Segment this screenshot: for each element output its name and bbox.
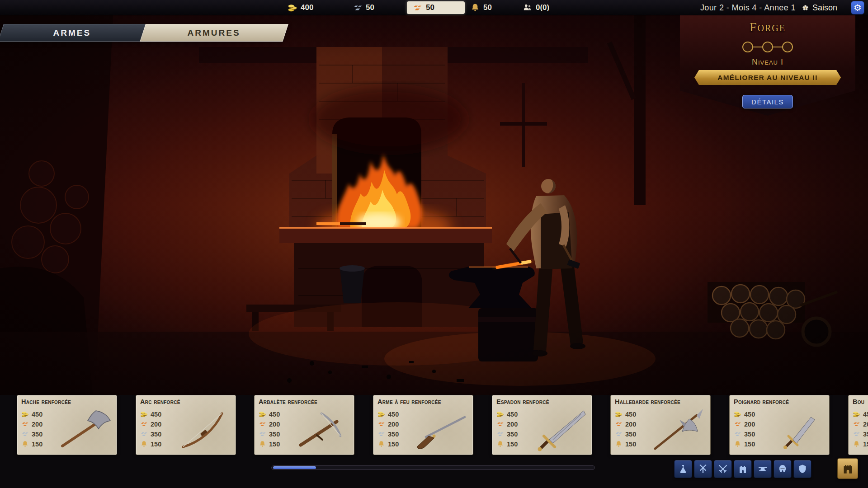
building-button-tower[interactable] xyxy=(734,460,752,478)
item-name: Hache renforcée xyxy=(21,398,114,405)
copper-ingot-icon xyxy=(734,420,741,428)
level-pip-link xyxy=(753,47,762,47)
iron-ingot-icon xyxy=(496,430,504,438)
resource-iron-value: 50 xyxy=(366,3,374,12)
iron-ingot-icon xyxy=(615,430,623,438)
tab-armes[interactable]: ARMES xyxy=(0,24,146,42)
upgrade-level-label: AMÉLIORER AU NIVEAU II xyxy=(717,74,817,82)
cost-gold: 450 xyxy=(625,411,636,418)
resource-gold: 400 xyxy=(288,0,313,15)
cost-iron: 350 xyxy=(863,431,868,438)
copper-ingot-icon xyxy=(259,420,266,428)
bell-icon xyxy=(470,3,480,13)
details-button[interactable]: DÉTAILS xyxy=(742,95,793,108)
item-name: Espadon renforcé xyxy=(496,398,589,405)
item-costs: 450 200 350 150 xyxy=(21,410,42,448)
item-name: Arme à feu renforcée xyxy=(377,398,470,405)
cost-gold: 450 xyxy=(863,411,868,418)
resource-copper-value: 50 xyxy=(426,3,434,12)
item-card-hache-renforcee[interactable]: Hache renforcée 450 200 350 150 xyxy=(17,395,117,455)
item-name: Arbalète renforcée xyxy=(259,398,351,405)
cost-iron: 350 xyxy=(151,431,161,438)
coins-icon xyxy=(259,410,266,418)
bell-icon xyxy=(853,440,860,448)
cost-bell: 150 xyxy=(744,441,755,448)
building-button-mill[interactable] xyxy=(694,460,712,478)
season-flower-icon xyxy=(801,4,810,12)
item-card-espadon-renforce[interactable]: Espadon renforcé 450 200 350 150 xyxy=(492,395,592,455)
level-pip-link xyxy=(773,47,782,47)
item-name: Hallebarde renforcée xyxy=(615,398,708,405)
item-card-arme-a-feu-renforcee[interactable]: Arme à feu renforcée 450 200 350 150 xyxy=(373,395,473,455)
items-scrollbar-thumb[interactable] xyxy=(273,466,316,469)
gun-image xyxy=(410,408,472,452)
coins-icon xyxy=(140,410,148,418)
cost-bell: 150 xyxy=(388,441,399,448)
dagger-image xyxy=(767,408,828,452)
level-pip-1 xyxy=(742,42,753,52)
bow-image xyxy=(173,408,235,452)
tab-armures[interactable]: ARMURES xyxy=(140,24,288,42)
game-date: Jour 2 - Mois 4 - Annee 1 xyxy=(700,0,796,15)
resource-copper-highlighted: 50 xyxy=(407,1,465,14)
cost-gold: 450 xyxy=(151,411,161,418)
iron-ingot-icon xyxy=(734,430,741,438)
item-card-arc-renforce[interactable]: Arc renforcé 450 200 350 150 xyxy=(136,395,236,455)
halberd-image xyxy=(648,408,709,452)
gear-icon: ⚙ xyxy=(854,3,862,12)
coins-icon xyxy=(377,410,385,418)
cost-gold: 450 xyxy=(32,411,42,418)
item-card-poignard-renforce[interactable]: Poignard renforcé 450 200 350 150 xyxy=(729,395,830,455)
cost-bell: 150 xyxy=(32,441,42,448)
cost-bell: 150 xyxy=(625,441,636,448)
anvil-icon xyxy=(757,464,768,474)
copper-ingot-icon xyxy=(377,420,385,428)
settings-button[interactable]: ⚙ xyxy=(851,1,864,14)
level-pip-3 xyxy=(782,42,793,52)
iron-ingot-icon xyxy=(21,430,29,438)
tower-icon xyxy=(737,464,748,474)
windmill-icon xyxy=(698,464,708,474)
building-button-forge[interactable] xyxy=(754,460,772,478)
upgrade-level-button[interactable]: AMÉLIORER AU NIVEAU II xyxy=(694,70,841,85)
building-button-defense[interactable] xyxy=(793,460,811,478)
bell-icon xyxy=(377,440,385,448)
copper-ingot-icon xyxy=(140,420,148,428)
cost-copper: 200 xyxy=(269,421,280,428)
game-screen: 400 50 50 50 0(0) Jour 2 - Mois 4 - Anne… xyxy=(0,0,868,488)
shield-icon xyxy=(797,464,808,474)
item-card-partial[interactable]: Bou 450 200 350 150 xyxy=(848,395,868,455)
details-label: DÉTAILS xyxy=(751,98,784,106)
cost-bell: 150 xyxy=(151,441,161,448)
item-costs: 450 200 350 150 xyxy=(140,410,161,448)
cost-copper: 200 xyxy=(32,421,42,428)
coins-icon xyxy=(853,410,860,418)
population-icon xyxy=(523,3,533,13)
category-tabs: ARMES ARMURES xyxy=(0,24,288,42)
item-card-arbalete-renforcee[interactable]: Arbalète renforcée 450 200 350 150 xyxy=(254,395,354,455)
copper-ingot-icon xyxy=(853,420,860,428)
items-scrollbar-track[interactable] xyxy=(271,465,595,470)
bell-icon xyxy=(734,440,741,448)
item-costs: 450 200 350 150 xyxy=(734,410,755,448)
item-costs: 450 200 350 150 xyxy=(853,410,868,448)
iron-ingot-icon xyxy=(853,430,860,438)
cost-copper: 200 xyxy=(388,421,399,428)
iron-ingot-icon xyxy=(259,430,266,438)
cost-bell: 150 xyxy=(863,441,868,448)
coins-icon xyxy=(21,410,29,418)
copper-ingot-icon xyxy=(615,420,623,428)
building-button-castle-selected[interactable] xyxy=(837,458,858,479)
cost-copper: 200 xyxy=(507,421,518,428)
cost-iron: 350 xyxy=(32,431,42,438)
building-button-weapons[interactable] xyxy=(714,460,732,478)
building-button-armory[interactable] xyxy=(774,460,792,478)
crossbow-image xyxy=(292,408,353,452)
item-card-hallebarde-renforcee[interactable]: Hallebarde renforcée 450 200 350 150 xyxy=(610,395,711,455)
level-pip-2 xyxy=(762,42,773,52)
item-name: Poignard renforcé xyxy=(734,398,826,405)
item-name: Arc renforcé xyxy=(140,398,233,405)
crossed-swords-icon xyxy=(717,464,728,474)
greatsword-image xyxy=(529,408,591,452)
building-button-alchemy[interactable] xyxy=(674,460,692,478)
